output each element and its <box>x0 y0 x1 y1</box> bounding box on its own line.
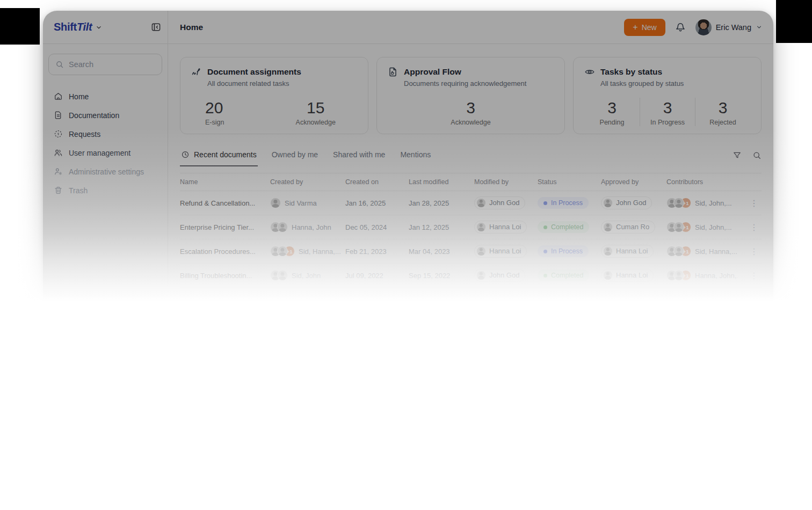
table-row[interactable]: Enterprise Pricing Tier... Hanna, John D… <box>180 215 762 239</box>
user-menu[interactable]: Eric Wang <box>695 19 763 35</box>
stat-acknowledge: 3 Acknowledge <box>388 98 554 126</box>
column-header-modified-by: Modified by <box>474 178 538 186</box>
avatar <box>603 198 613 208</box>
avatar <box>603 271 613 280</box>
avatar <box>476 246 486 256</box>
avatar-stack: +1 <box>270 246 295 257</box>
topbar: Home + New Eric Wang <box>168 11 773 44</box>
row-menu-icon[interactable]: ⋮ <box>737 198 762 208</box>
stat-value: 3 <box>466 99 475 116</box>
sidebar-item-requests[interactable]: Requests <box>48 125 162 143</box>
column-header-created-by: Created by <box>270 178 345 186</box>
users-icon <box>54 148 63 157</box>
row-menu-icon[interactable]: ⋮ <box>737 246 762 257</box>
approval-document-icon <box>388 67 398 77</box>
tab-recent-documents[interactable]: Recent documents <box>180 148 258 166</box>
approved-by-pill: Cuman Ro <box>601 221 655 234</box>
admin-settings-icon <box>54 167 63 176</box>
tab-mentions[interactable]: Mentions <box>399 148 432 166</box>
trash-icon <box>54 186 63 195</box>
stat-value: 3 <box>719 99 728 116</box>
sidebar-item-label: Documentation <box>69 111 119 120</box>
stat-in-progress: 3 In Progress <box>640 98 695 126</box>
avatar-stack <box>270 270 288 281</box>
approved-by: John God <box>616 199 646 207</box>
stat-label: Pending <box>600 119 625 126</box>
modified-by: John God <box>489 199 519 207</box>
brand-logo[interactable]: ShiftTilt <box>54 21 103 33</box>
modified-by-pill: Hanna Loi <box>474 245 527 258</box>
sidebar-item-user-management[interactable]: User management <box>48 143 162 162</box>
card-document-assignments: Document assignments All document relate… <box>180 57 368 134</box>
modified-by: John God <box>489 271 519 279</box>
tab-label: Recent documents <box>194 150 257 159</box>
sidebar-item-home[interactable]: Home <box>48 87 162 106</box>
sidebar-header: ShiftTilt <box>43 11 168 44</box>
tab-owned-by-me[interactable]: Owned by me <box>271 148 319 166</box>
column-header-approved-by: Approved by <box>601 178 666 186</box>
tab-label: Owned by me <box>272 150 318 159</box>
table-row[interactable]: Escalation Procedures... +1Sid, Hanna,..… <box>180 239 762 264</box>
chevron-down-icon[interactable] <box>95 24 103 31</box>
created-on: Jan 16, 2025 <box>345 199 409 207</box>
table-row[interactable]: Billing Troubleshootin... Sid, John Jul … <box>180 264 762 288</box>
modified-by: Hanna Loi <box>489 223 521 231</box>
document-name: Billing Troubleshootin... <box>180 272 270 280</box>
home-icon <box>54 92 63 101</box>
avatar-stack: +1 <box>666 246 691 257</box>
status-label: Completed <box>551 223 583 231</box>
summary-cards: Document assignments All document relate… <box>180 57 762 134</box>
table-row[interactable]: Refund & Cancellation... Sid Varma Jan 1… <box>180 191 762 215</box>
stat-value: 20 <box>205 99 223 116</box>
avatar-stack <box>270 222 288 232</box>
page-title: Home <box>180 23 203 32</box>
column-header-contributors: Contributors <box>666 178 737 186</box>
card-title: Tasks by status <box>600 67 662 77</box>
approved-by-pill: John God <box>601 196 652 209</box>
avatar <box>673 222 684 232</box>
sidebar-nav: Home Documentation Requests User managem… <box>48 87 162 200</box>
sidebar-item-label: Requests <box>69 130 100 139</box>
sidebar-item-administrative-settings[interactable]: Administrative settings <box>48 162 162 181</box>
avatar-stack: +1 <box>666 198 691 208</box>
new-button[interactable]: + New <box>624 19 665 36</box>
status-label: In Process <box>551 247 583 255</box>
document-name: Escalation Procedures... <box>180 247 270 256</box>
card-subtitle: All document related tasks <box>207 79 357 88</box>
requests-icon <box>54 129 63 139</box>
row-menu-icon[interactable]: ⋮ <box>737 222 762 232</box>
avatar <box>277 246 288 257</box>
avatar <box>673 246 684 257</box>
last-modified: Sep 15, 2022 <box>409 272 474 280</box>
stat-label: Acknowledge <box>451 119 490 126</box>
tab-label: Shared with me <box>333 150 385 159</box>
sidebar-item-documentation[interactable]: Documentation <box>48 106 162 125</box>
sidebar-item-label: Administrative settings <box>69 167 144 176</box>
status-badge: In Process <box>538 197 589 209</box>
contributors: Hanna, John,... <box>695 272 737 280</box>
clock-icon <box>181 150 190 159</box>
created-by: Sid, John <box>292 272 321 280</box>
notifications-bell-icon[interactable] <box>675 22 686 33</box>
stat-label: E-sign <box>205 119 224 126</box>
row-menu-icon[interactable]: ⋮ <box>737 271 762 281</box>
sidebar-collapse-icon[interactable] <box>151 22 161 32</box>
sidebar-item-trash[interactable]: Trash <box>48 181 162 200</box>
column-header-last-modified: Last modified <box>409 178 474 186</box>
approved-by: Cuman Ro <box>616 223 649 231</box>
avatar <box>476 198 486 208</box>
filter-icon[interactable] <box>733 151 742 160</box>
search-icon[interactable] <box>752 151 762 160</box>
last-modified: Jan 12, 2025 <box>409 223 474 231</box>
tab-shared-with-me[interactable]: Shared with me <box>332 148 386 166</box>
stat-label: In Progress <box>650 119 685 126</box>
search-input[interactable] <box>69 60 155 69</box>
avatar <box>603 246 613 256</box>
approved-by-pill: Hanna Loi <box>601 269 654 282</box>
search-box <box>48 54 162 75</box>
avatar-stack: +1 <box>666 222 691 232</box>
stat-value: 3 <box>607 99 617 116</box>
created-on: Dec 05, 2024 <box>345 223 409 231</box>
created-by: Hanna, John <box>292 223 331 231</box>
created-on: Jul 09, 2022 <box>345 272 409 280</box>
